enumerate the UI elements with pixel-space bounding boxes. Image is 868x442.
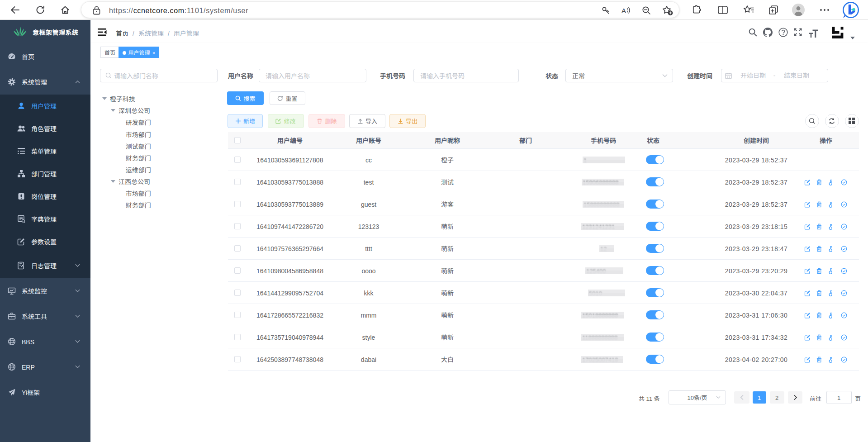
svg-text:A: A	[621, 7, 626, 14]
